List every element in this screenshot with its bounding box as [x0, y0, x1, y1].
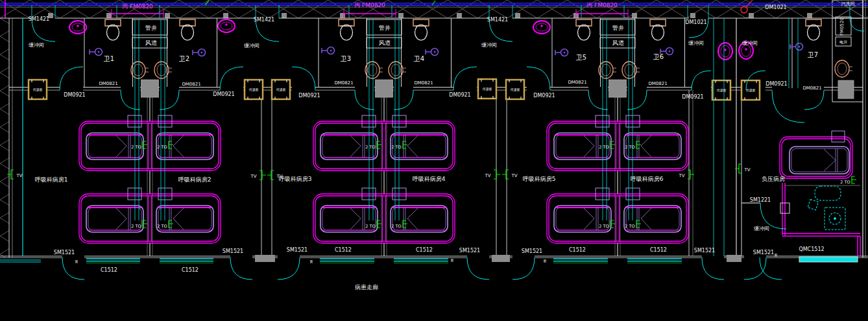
label-cn-74: 传递窗	[276, 88, 286, 92]
label-sm1421-8: SM1421	[487, 17, 508, 23]
label-c1512-90: C1512	[569, 247, 586, 253]
label-3-46: 呼吸科病房3	[279, 176, 312, 182]
label-sm1521-83: SM1521	[522, 248, 542, 254]
label-cn-96: 窗	[451, 258, 454, 263]
label-sm1521-81: SM1521	[287, 247, 307, 253]
label-2-to-67: 2 TO	[599, 145, 609, 150]
label-cn-12: 风道	[145, 40, 157, 46]
label-sm1521-84: SM1521	[694, 248, 715, 254]
label-sm1421-6: SM1421	[29, 16, 49, 22]
label-dm0921-38: DM0921	[449, 92, 470, 98]
label-2-to-60: 2 TO	[157, 145, 167, 150]
label-5-48: 呼吸科病房5	[523, 176, 556, 182]
label-fm0820-2: 丙 FM0820	[586, 2, 618, 8]
label-dm0821-32: DM0821	[568, 80, 586, 85]
label-tv-54: TV	[276, 174, 282, 179]
label-fm0520-42: FM0520	[839, 18, 845, 36]
label-6-49: 呼吸科病房6	[631, 176, 664, 182]
floor-plan: 丙 FM0820丙 FM0820丙 FM0820DM1021污洗间DM1021S…	[0, 0, 868, 321]
label-c1512-89: C1512	[416, 247, 433, 253]
label-2-to-71: 2 TO	[840, 180, 850, 185]
label-cn-16: 缓冲间	[244, 43, 259, 49]
label-sm1521-79: SM1521	[54, 250, 75, 256]
label-dm0921-41: DM0921	[766, 81, 787, 87]
label-cn-17: 缓冲间	[481, 42, 497, 48]
label-dm0821-28: DM0821	[99, 81, 117, 86]
label-2-to-70: 2 TO	[625, 224, 634, 229]
label-sm1421-7: SM1421	[254, 17, 274, 23]
label-sm1221-51: SM1221	[750, 197, 771, 203]
label-tv-52: TV	[16, 173, 22, 178]
label-cn-75: 传递窗	[483, 87, 492, 91]
label-c1512-87: C1512	[182, 267, 199, 273]
label-2-to-62: 2 TO	[157, 224, 167, 229]
cad-drawing-canvas[interactable]: 丙 FM0820丙 FM0820丙 FM0820DM1021污洗间DM1021S…	[0, 0, 868, 321]
label-cn-50: 负压病房	[762, 176, 785, 182]
label-2-to-59: 2 TO	[131, 145, 141, 150]
label-2-to-65: 2 TO	[365, 224, 375, 229]
label-dm0921-36: DM0921	[213, 91, 234, 97]
label-sm1521-85: SM1521	[753, 250, 774, 256]
label-tv-56: TV	[511, 173, 517, 178]
label-cn-76: 传递窗	[511, 88, 520, 92]
label-cn-15: 缓冲间	[29, 42, 44, 48]
label-qmc1512-92: QMC1512	[799, 246, 824, 252]
label-3-23: 卫3	[341, 55, 351, 62]
label-cn-95: 窗	[310, 259, 313, 264]
label-5-25: 卫5	[576, 54, 586, 61]
label-dm0821-30: DM0821	[334, 80, 353, 86]
label-cn-77: 传递窗	[717, 88, 727, 93]
label-dm0821-33: DM0821	[648, 81, 667, 86]
label-cn-13: 风道	[379, 40, 391, 46]
label-tv-58: TV	[743, 167, 750, 172]
label-dm0821-29: DM0821	[182, 82, 200, 87]
label-cn-9: 管井	[145, 25, 157, 31]
label-dm1021-3: DM1021	[765, 5, 786, 10]
label-c1512-88: C1512	[335, 247, 352, 253]
label-cn-11: 管井	[612, 25, 624, 31]
label-2-to-64: 2 TO	[391, 145, 401, 150]
label-cn-94: 窗	[75, 259, 78, 264]
label-dm0921-37: DM0921	[298, 93, 320, 99]
label-6-26: 卫6	[653, 53, 664, 60]
label-cn-73: 传递窗	[249, 88, 259, 92]
label-cn-93: 病患走廊	[355, 284, 378, 291]
label-dm0821-31: DM0821	[414, 80, 433, 86]
label-sm1521-80: SM1521	[223, 248, 243, 254]
label-7-27: 卫7	[808, 51, 818, 58]
label-cn-43: 电井	[839, 40, 848, 44]
label-tv-55: TV	[484, 173, 490, 178]
label-fm0820-0: 丙 FM0820	[122, 3, 153, 10]
label-cn-4: 污洗间	[841, 1, 855, 6]
label-4-47: 呼吸科病房4	[413, 176, 446, 182]
label-2-to-69: 2 TO	[599, 224, 609, 229]
label-cn-72: 传递窗	[33, 88, 43, 92]
label-2-to-68: 2 TO	[625, 145, 634, 150]
label-sm1521-82: SM1521	[459, 248, 480, 254]
label-2-to-61: 2 TO	[131, 224, 141, 229]
label-cn-18: 缓冲间	[688, 40, 704, 46]
label-2-22: 卫2	[179, 55, 189, 62]
label-fm0820-1: 丙 FM0820	[354, 2, 385, 8]
label-2-to-63: 2 TO	[365, 145, 375, 150]
label-c1512-91: C1512	[650, 247, 667, 253]
label-1-21: 卫1	[104, 55, 114, 62]
label-cn-78: 传递窗	[746, 88, 756, 93]
label-dm0921-39: DM0921	[533, 93, 555, 99]
label-tv-57: TV	[678, 173, 684, 178]
label-c1512-86: C1512	[101, 267, 117, 273]
label-cn-98: 窗	[775, 253, 778, 257]
label-1-44: 呼吸科病房1	[35, 176, 68, 183]
label-tv-53: TV	[250, 174, 256, 179]
label-cn-19: 缓冲间	[742, 40, 758, 46]
label-cn-97: 窗	[544, 259, 547, 263]
label-dm1021-5: DM1021	[685, 19, 706, 25]
label-cn-14: 风道	[612, 40, 624, 46]
label-2-45: 呼吸科病房2	[178, 176, 211, 183]
label-dm0921-35: DM0921	[64, 92, 85, 98]
label-dm0921-40: DM0921	[682, 94, 703, 100]
label-cn-10: 管井	[379, 25, 391, 31]
label-dm0821-34: DM0821	[802, 86, 821, 91]
label-2-to-66: 2 TO	[391, 224, 401, 229]
label-4-24: 卫4	[414, 55, 424, 62]
